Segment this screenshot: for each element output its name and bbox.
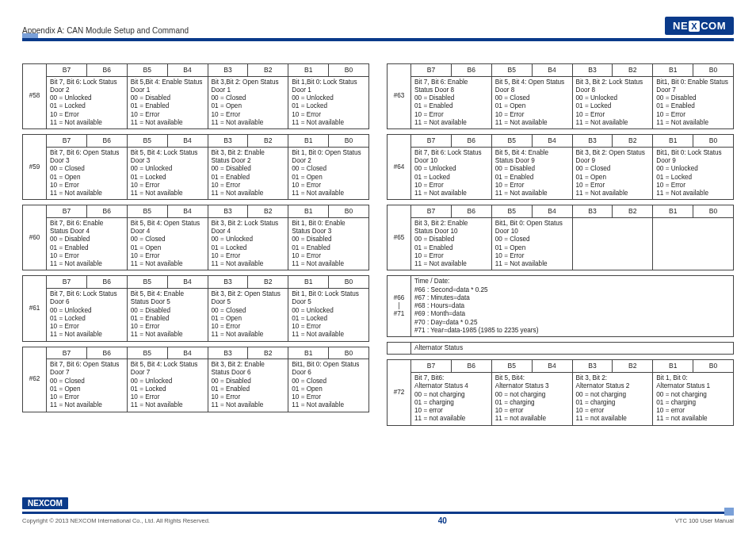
- bit-header: B1: [288, 205, 329, 218]
- bit-header: B7: [47, 347, 87, 359]
- footer-divider: [22, 512, 734, 514]
- bit-header: B0: [693, 135, 734, 148]
- register-id: #66 | #71: [388, 276, 411, 337]
- content-columns: #58B7B6B5B4B3B2B1B0Bit 7, Bit 6: Lock St…: [22, 63, 734, 431]
- bit-header: B3: [572, 64, 613, 77]
- bit-header: B0: [329, 347, 369, 359]
- bit-header: B3: [572, 360, 613, 373]
- bit-header: B6: [451, 360, 491, 373]
- left-column: #58B7B6B5B4B3B2B1B0Bit 7, Bit 6: Lock St…: [22, 63, 369, 431]
- bit-header: B1: [288, 64, 329, 77]
- register-table: #63B7B6B5B4B3B2B1B0Bit 7, Bit 6: Enable …: [387, 63, 734, 129]
- bit-header: B7: [411, 64, 452, 77]
- register-table: #66 | #71Time / Date: #66 : Second=data …: [387, 275, 734, 337]
- register-id: #58: [23, 64, 47, 129]
- bit-header: B2: [248, 64, 288, 77]
- bit-cell: Bit 5, Bit4: Alternator Status 3 00 = no…: [491, 373, 572, 426]
- bit-header: B1: [653, 360, 693, 373]
- bit-header: B6: [451, 135, 491, 148]
- header-divider: [22, 38, 734, 41]
- bit-cell: Bit1, Bit 0: Open Status Door 6 00 = Clo…: [288, 359, 369, 412]
- register-id: #60: [23, 205, 47, 270]
- bit-header: B3: [208, 64, 248, 77]
- bit-header: B6: [86, 276, 127, 289]
- bit-header: B4: [532, 135, 572, 148]
- bit-cell: Bit 3, Bit 2: Enable Status Door 6 00 = …: [208, 359, 288, 412]
- bit-header: B5: [491, 135, 532, 148]
- bit-header: B6: [86, 205, 127, 218]
- register-table: #62B7B6B5B4B3B2B1B0Bit 7, Bit 6: Open St…: [22, 347, 369, 412]
- bit-header: B2: [248, 205, 288, 218]
- bit-cell: Bit 5, Bit 4: Lock Status Door 3 00 = Un…: [127, 147, 208, 200]
- bit-cell: Bit 5,Bit 4: Enable Status Door 1 00 = D…: [127, 76, 208, 129]
- register-id: #63: [388, 64, 411, 129]
- bit-header: B7: [47, 205, 87, 218]
- bit-cell: Bit 7, Bit 6: Enable Status Door 4 00 = …: [47, 217, 128, 270]
- bit-header: B1: [653, 205, 693, 218]
- bit-header: B5: [127, 135, 167, 148]
- bit-cell: Bit 7, Bit 6: Open Status Door 7 00 = Cl…: [47, 359, 128, 412]
- bit-header: B1: [288, 276, 329, 289]
- right-column: #63B7B6B5B4B3B2B1B0Bit 7, Bit 6: Enable …: [387, 63, 734, 431]
- page-number: 40: [438, 516, 447, 525]
- register-table: #72B7B6B5B4B3B2B1B0Bit 7, Bit6: Alternat…: [387, 359, 734, 425]
- doc-title: VTC 100 User Manual: [675, 517, 734, 524]
- page-footer: NEXCOM Copyright © 2013 NEXCOM Internati…: [22, 497, 734, 525]
- bit-header: B1: [653, 64, 693, 77]
- bit-header: B0: [693, 205, 734, 218]
- register-table: #59B7B6B5B4B3B2B1B0Bit 7, Bit 6: Open St…: [22, 134, 369, 200]
- bit-cell: Bit 3, Bit 2: Lock Status Door 8 00 = Un…: [572, 76, 653, 129]
- bit-cell: Bit 1, Bit 0: Enable Status Door 3 00 = …: [288, 217, 369, 270]
- register-table: #60B7B6B5B4B3B2B1B0Bit 7, Bit 6: Enable …: [22, 205, 369, 270]
- bit-cell: Bit1, Bit 0: Open Status Door 10 00 = Cl…: [491, 217, 572, 270]
- bit-cell: Bit 3, Bit 2: Enable Status Door 2 00 = …: [208, 147, 288, 200]
- section-row: Alternator Status: [387, 342, 734, 355]
- bit-header: B7: [47, 64, 87, 77]
- bit-header: B4: [167, 64, 208, 77]
- bit-cell: Bit 5, Bit 4: Open Status Door 8 00 = Cl…: [491, 76, 572, 129]
- bit-cell: Bit 3, Bit 2: Lock Status Door 4 00 = Un…: [208, 217, 288, 270]
- bit-header: B7: [411, 360, 452, 373]
- bit-header: B1: [288, 347, 329, 359]
- bit-header: B6: [86, 347, 127, 359]
- register-id: [388, 343, 411, 355]
- bit-header: B6: [86, 64, 127, 77]
- register-id: #61: [23, 276, 47, 341]
- bit-header: B5: [127, 347, 167, 359]
- register-id: #62: [23, 347, 47, 412]
- register-id: #64: [388, 135, 411, 200]
- bit-header: B0: [693, 360, 734, 373]
- bit-header: B0: [329, 205, 369, 218]
- bit-header: B3: [208, 276, 248, 289]
- bit-cell: Bit 5, Bit 4: Enable Status Door 9 00 = …: [491, 147, 572, 200]
- register-table: #58B7B6B5B4B3B2B1B0Bit 7, Bit 6: Lock St…: [22, 63, 369, 129]
- bit-header: B5: [127, 205, 167, 218]
- bit-header: B4: [532, 360, 572, 373]
- register-table: #61B7B6B5B4B3B2B1B0Bit 7, Bit 6: Lock St…: [22, 275, 369, 341]
- footer-logo: NEXCOM: [22, 497, 68, 509]
- bit-header: B6: [86, 135, 127, 148]
- bit-header: B4: [167, 276, 208, 289]
- bit-header: B1: [288, 135, 329, 148]
- bit-header: B3: [208, 205, 248, 218]
- bit-header: B2: [248, 276, 288, 289]
- bit-cell: Bit 3, Bit 2: Alternator Status 2 00 = n…: [572, 373, 653, 426]
- bit-header: B7: [411, 205, 452, 218]
- bit-cell: [653, 217, 734, 270]
- bit-cell: Bit 7, Bit 6: Lock Status Door 2 00 = Un…: [47, 76, 128, 129]
- bit-cell: Bit 3, Bit 2: Open Status Door 5 00 = Cl…: [208, 289, 288, 342]
- bit-cell: Bit1, Bit 0: Lock Status Door 9 00 = Unl…: [653, 147, 734, 200]
- bit-cell: Bit 5, Bit 4: Lock Status Door 7 00 = Un…: [127, 359, 208, 412]
- register-table: #65B7B6B5B4B3B2B1B0Bit 3, Bit 2: Enable …: [387, 205, 734, 270]
- bit-header: B0: [329, 135, 369, 148]
- bit-header: B7: [47, 276, 87, 289]
- bit-header: B3: [572, 135, 613, 148]
- bit-header: B4: [167, 205, 208, 218]
- bit-header: B7: [47, 135, 87, 148]
- bit-cell: Bit 1, Bit 0: Alternator Status 1 00 = n…: [653, 373, 734, 426]
- bit-header: B2: [613, 135, 653, 148]
- bit-header: B5: [491, 360, 532, 373]
- bit-header: B1: [653, 135, 693, 148]
- bit-header: B6: [451, 64, 491, 77]
- full-text-cell: Time / Date: #66 : Second=data * 0.25 #6…: [411, 276, 734, 337]
